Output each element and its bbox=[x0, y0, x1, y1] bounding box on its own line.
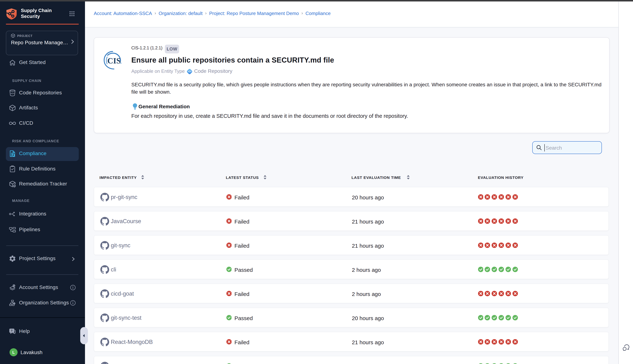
svg-text:</>: </> bbox=[11, 92, 14, 94]
svg-text:</>: </> bbox=[188, 70, 191, 73]
svg-text:?: ? bbox=[11, 329, 12, 332]
svg-text:CIS: CIS bbox=[107, 56, 121, 65]
